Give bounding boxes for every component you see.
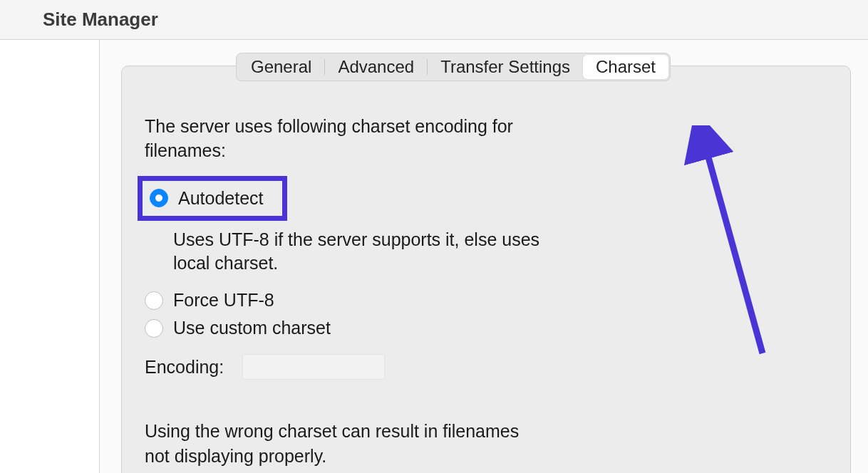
radio-checked-dot-icon — [155, 194, 162, 202]
radio-autodetect-label: Autodetect — [178, 188, 264, 209]
title-bar: Site Manager — [0, 0, 868, 40]
tab-transfer-settings[interactable]: Transfer Settings — [428, 55, 583, 79]
radio-row-custom-charset: Use custom charset — [145, 318, 827, 338]
radio-force-utf8-label: Force UTF-8 — [173, 290, 274, 311]
autodetect-description: Uses UTF-8 if the server supports it, el… — [173, 228, 579, 276]
charset-radio-group: Autodetect Uses UTF-8 if the server supp… — [145, 176, 827, 380]
tab-general[interactable]: General — [238, 55, 324, 79]
encoding-row: Encoding: — [145, 354, 827, 380]
charset-warning-text: Using the wrong charset can result in fi… — [145, 419, 544, 469]
annotation-highlight-box: Autodetect — [138, 176, 287, 221]
tab-charset[interactable]: Charset — [583, 55, 668, 79]
tab-strip: General Advanced Transfer Settings Chars… — [236, 53, 671, 81]
radio-row-force-utf8: Force UTF-8 — [145, 290, 827, 311]
charset-panel: General Advanced Transfer Settings Chars… — [121, 66, 851, 473]
body-area: General Advanced Transfer Settings Chars… — [0, 40, 868, 473]
radio-force-utf8[interactable] — [145, 291, 163, 310]
encoding-input[interactable] — [242, 354, 385, 380]
radio-autodetect[interactable] — [150, 189, 168, 207]
window-title: Site Manager — [43, 9, 158, 31]
site-list-sidebar[interactable] — [0, 40, 100, 473]
charset-intro-text: The server uses following charset encodi… — [145, 115, 544, 163]
radio-custom-charset-label: Use custom charset — [173, 318, 331, 338]
tab-advanced[interactable]: Advanced — [325, 55, 427, 79]
encoding-label: Encoding: — [145, 357, 224, 378]
radio-custom-charset[interactable] — [145, 319, 163, 338]
main-content: General Advanced Transfer Settings Chars… — [100, 40, 868, 473]
